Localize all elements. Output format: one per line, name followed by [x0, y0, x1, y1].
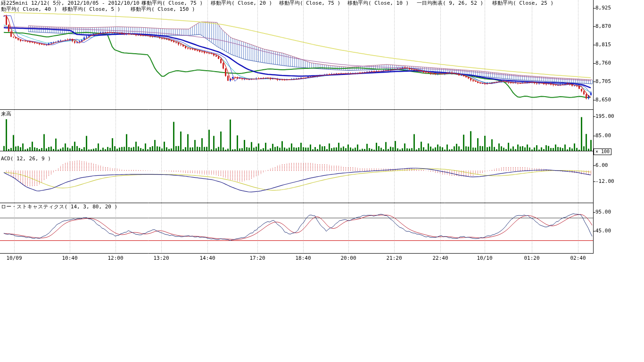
price-axis-label: 8,815	[595, 42, 611, 48]
stochastics-panel-label: ロー・ストキャスティクス( 14, 3, 80, 20 )	[1, 204, 117, 210]
volume-multiplier-badge: × 100	[594, 148, 611, 155]
chart-title: 経225mini 12/12( 5分, 2012/10/05 - 2012/10…	[1, 0, 146, 6]
macd-panel-label: ACD( 12, 26, 9 )	[1, 156, 51, 162]
legend-ma75-1: 移動平均( Close, 75 )	[141, 0, 203, 6]
time-axis-label: 10:40	[62, 255, 77, 261]
time-axis-label: 20:00	[340, 255, 356, 261]
time-axis-label: 01:20	[524, 255, 539, 261]
volume-panel-label: 来高	[1, 111, 11, 117]
legend-ma150: 移動平均( Close, 150 )	[131, 7, 195, 12]
price-axis-label: 8,705	[595, 79, 611, 84]
volume-axis-label: 195.00	[595, 114, 614, 119]
price-axis-label: 8,925	[595, 5, 611, 11]
time-axis-label: 18:40	[295, 255, 311, 261]
volume-axis-label: 85.00	[595, 133, 611, 139]
time-axis-label: 21:20	[386, 255, 402, 261]
legend-ma40: 動平均( Close, 40 )	[1, 7, 57, 12]
macd-axis-label: 6.00	[595, 163, 608, 168]
macd-axis-label: -12.00	[595, 179, 614, 184]
time-axis-label: 10/10	[477, 255, 492, 261]
stoch-axis-label: 45.00	[595, 228, 611, 234]
trading-chart-window: 経225mini 12/12( 5分, 2012/10/05 - 2012/10…	[0, 0, 644, 362]
legend-ma5: 移動平均( Close, 5 )	[62, 7, 120, 12]
time-axis-label: 02:40	[570, 255, 586, 261]
time-axis-label: 13:20	[153, 255, 169, 261]
chart-canvas[interactable]	[0, 0, 644, 362]
legend-ma75-2: 移動平均( Close, 75 )	[279, 0, 340, 6]
time-axis-label: 12:00	[107, 255, 123, 261]
legend-ma25: 移動平均( Close, 25 )	[492, 0, 553, 6]
time-axis-label: 17:20	[249, 255, 265, 261]
price-axis-label: 8,650	[595, 97, 611, 103]
legend-ichimoku: 一目均衡表( 9, 26, 52 )	[417, 0, 483, 6]
stoch-axis-label: 95.00	[595, 209, 611, 215]
price-axis-label: 8,870	[595, 24, 611, 29]
legend-ma10: 移動平均( Close, 10 )	[347, 0, 409, 6]
time-axis-label: 10/09	[6, 255, 22, 261]
price-axis-label: 8,760	[595, 60, 611, 66]
time-axis-label: 22:40	[432, 255, 448, 261]
time-axis-label: 14:40	[199, 255, 215, 261]
legend-ma20: 移動平均( Close, 20 )	[211, 0, 272, 6]
